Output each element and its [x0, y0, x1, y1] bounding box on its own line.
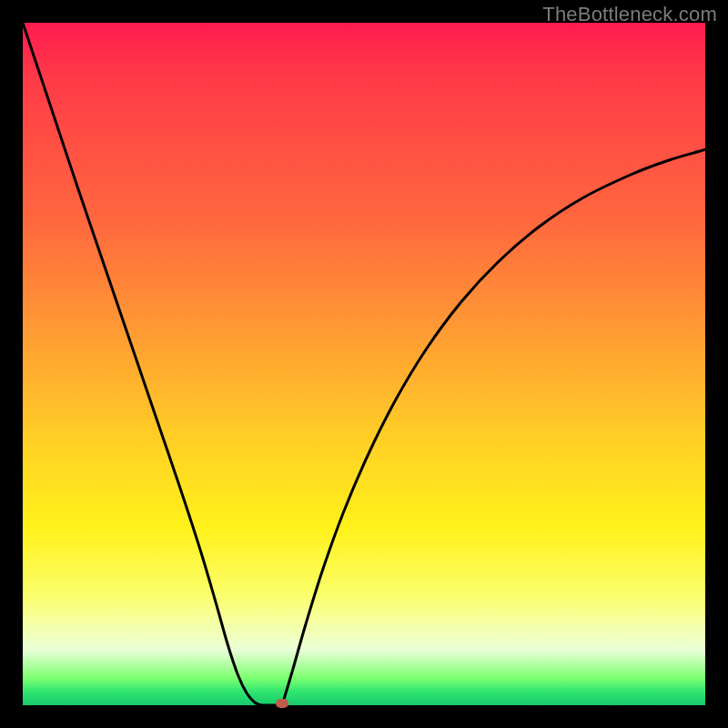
chart-frame: TheBottleneck.com — [0, 0, 728, 728]
curve-left-branch — [23, 23, 262, 705]
curve-svg — [23, 23, 705, 705]
marker-dot — [276, 699, 288, 708]
plot-area — [23, 23, 705, 705]
curve-right-branch — [282, 150, 705, 706]
